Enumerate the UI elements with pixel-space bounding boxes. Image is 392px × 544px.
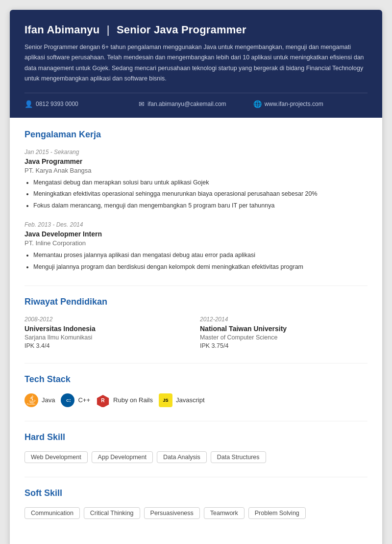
edu-date: 2008-2012 bbox=[24, 316, 192, 323]
contact-email[interactable]: ✉ ifan.abimanyu@cakemail.com bbox=[139, 100, 253, 108]
job-bullet: Memantau proses jalannya aplikasi dan me… bbox=[33, 251, 368, 260]
hard-skill-title: Hard Skill bbox=[24, 432, 368, 443]
edu-degree: Sarjana Ilmu Komunikasi bbox=[24, 334, 192, 341]
email-value: ifan.abimanyu@cakemail.com bbox=[147, 101, 226, 107]
cpp-logo: C + + bbox=[61, 393, 74, 407]
ruby-logo: R bbox=[96, 393, 110, 407]
tech-name-cpp: C++ bbox=[78, 396, 90, 404]
js-logo: JS bbox=[159, 393, 172, 407]
email-icon: ✉ bbox=[139, 100, 145, 108]
resume-body: Pengalaman Kerja Jan 2015 - Sekarang Jav… bbox=[10, 118, 382, 544]
section-divider bbox=[24, 363, 368, 363]
resume-card: Ifan Abimanyu | Senior Java Programmer S… bbox=[10, 10, 382, 544]
tech-item-ruby: R Ruby on Rails bbox=[96, 393, 153, 407]
skill-tag: Critical Thinking bbox=[84, 507, 140, 519]
website-value: www.ifan-projects.com bbox=[265, 101, 323, 107]
edu-item: 2008-2012 Universitas Indonesia Sarjana … bbox=[24, 316, 192, 349]
edu-degree: Master of Computer Science bbox=[200, 334, 368, 341]
section-divider bbox=[24, 477, 368, 477]
contact-phone: 👤 0812 9393 0000 bbox=[24, 100, 139, 108]
header-contact: 👤 0812 9393 0000 ✉ ifan.abimanyu@cakemai… bbox=[24, 93, 368, 108]
skill-tag: Data Analysis bbox=[157, 451, 207, 463]
job-item: Feb. 2013 - Des. 2014 Java Developmer In… bbox=[24, 221, 368, 272]
contact-website[interactable]: 🌐 www.ifan-projects.com bbox=[253, 100, 368, 108]
job-date: Jan 2015 - Sekarang bbox=[24, 149, 368, 155]
education-section-title: Riwayat Pendidikan bbox=[24, 297, 368, 308]
section-divider bbox=[24, 285, 368, 286]
job-bullet: Fokus dalam merancang, menguji dan menge… bbox=[33, 201, 368, 210]
education-section: Riwayat Pendidikan 2008-2012 Universitas… bbox=[24, 297, 368, 349]
title-separator: | bbox=[107, 24, 110, 36]
tech-stack-section: Tech Stack bbox=[24, 374, 368, 407]
tech-name-ruby: Ruby on Rails bbox=[113, 396, 153, 404]
skill-tag: App Development bbox=[92, 451, 153, 463]
job-company: PT. Karya Anak Bangsa bbox=[24, 167, 368, 174]
skill-tag: Persuasiveness bbox=[144, 507, 200, 519]
work-section-title: Pengalaman Kerja bbox=[24, 130, 368, 141]
hard-skill-tags: Web Development App Development Data Ana… bbox=[24, 451, 368, 463]
tech-name-java: Java bbox=[42, 396, 55, 404]
skill-tag: Data Structures bbox=[211, 451, 266, 463]
skill-tag: Web Development bbox=[24, 451, 88, 463]
edu-gpa: IPK 3.4/4 bbox=[24, 342, 192, 349]
tech-item-cpp: C + + C++ bbox=[61, 393, 90, 407]
candidate-name: Ifan Abimanyu bbox=[24, 24, 99, 36]
job-title: Senior Java Programmer bbox=[117, 24, 246, 36]
tech-item-java: Java bbox=[24, 393, 55, 407]
tech-stack-title: Tech Stack bbox=[24, 374, 368, 386]
skill-tag: Communication bbox=[24, 507, 80, 519]
svg-text:C: C bbox=[67, 398, 70, 403]
tech-name-js: Javascript bbox=[176, 396, 205, 404]
js-logo-text: JS bbox=[163, 398, 168, 403]
svg-text:+: + bbox=[70, 398, 71, 400]
edu-school: National Taiwan University bbox=[200, 325, 368, 333]
job-company: PT. Inline Corporation bbox=[24, 239, 368, 247]
edu-item: 2012-2014 National Taiwan University Mas… bbox=[200, 316, 368, 349]
soft-skill-section: Soft Skill Communication Critical Thinki… bbox=[24, 488, 368, 519]
job-item: Jan 2015 - Sekarang Java Programmer PT. … bbox=[24, 149, 368, 210]
header-title: Ifan Abimanyu | Senior Java Programmer bbox=[24, 24, 368, 36]
svg-text:R: R bbox=[101, 398, 105, 403]
job-title: Java Developmer Intern bbox=[24, 230, 368, 238]
web-icon: 🌐 bbox=[253, 100, 262, 108]
java-logo bbox=[24, 393, 38, 407]
education-grid: 2008-2012 Universitas Indonesia Sarjana … bbox=[24, 316, 368, 349]
hard-skill-section: Hard Skill Web Development App Developme… bbox=[24, 432, 368, 463]
job-bullets: Mengatasi debug dan merapkan solusi baru… bbox=[24, 178, 368, 210]
header-summary: Senior Programmer dengan 6+ tahun pengal… bbox=[24, 42, 368, 84]
job-bullets: Memantau proses jalannya aplikasi dan me… bbox=[24, 251, 368, 272]
header-section: Ifan Abimanyu | Senior Java Programmer S… bbox=[10, 10, 382, 118]
job-bullet: Mengatasi debug dan merapkan solusi baru… bbox=[33, 178, 368, 187]
soft-skill-tags: Communication Critical Thinking Persuasi… bbox=[24, 507, 368, 519]
phone-value: 0812 9393 0000 bbox=[36, 101, 78, 107]
job-date: Feb. 2013 - Des. 2014 bbox=[24, 221, 368, 228]
job-bullet: Meningkatkan efektivitas operasional seh… bbox=[33, 189, 368, 199]
skill-tag: Problem Solving bbox=[248, 507, 306, 519]
svg-text:+: + bbox=[70, 400, 71, 403]
soft-skill-title: Soft Skill bbox=[24, 488, 368, 499]
edu-gpa: IPK 3.75/4 bbox=[200, 342, 368, 349]
edu-date: 2012-2014 bbox=[200, 316, 368, 323]
section-divider bbox=[24, 421, 368, 421]
phone-icon: 👤 bbox=[24, 100, 33, 108]
edu-school: Universitas Indonesia bbox=[24, 325, 192, 333]
skill-tag: Teamwork bbox=[204, 507, 245, 519]
tech-item-js: JS Javascript bbox=[159, 393, 205, 407]
job-bullet: Menguji jalannya program dan berdiskusi … bbox=[33, 262, 368, 272]
work-experience-section: Pengalaman Kerja Jan 2015 - Sekarang Jav… bbox=[24, 130, 368, 272]
tech-stack-list: Java C + + C++ bbox=[24, 393, 368, 407]
job-title: Java Programmer bbox=[24, 157, 368, 165]
